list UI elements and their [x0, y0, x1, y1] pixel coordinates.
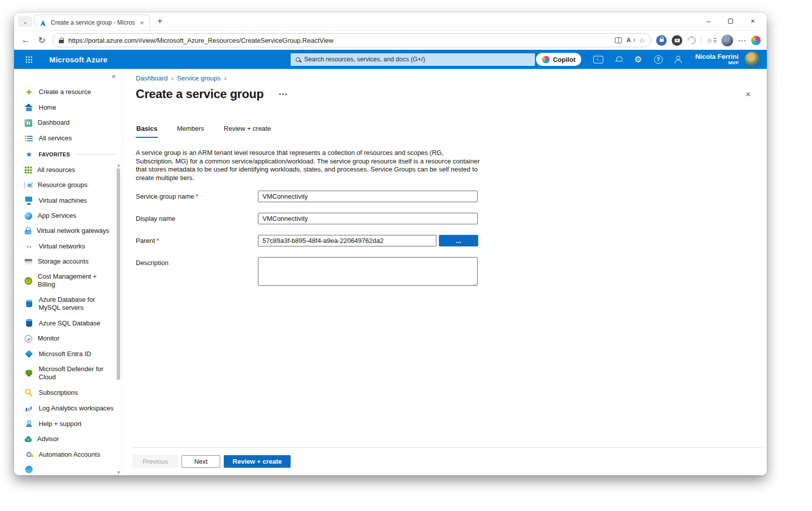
sidebar-item-automation-accounts[interactable]: ⚙Automation Accounts	[14, 447, 122, 462]
tab-title: Create a service group - Microsof	[51, 19, 135, 26]
tab-review-create[interactable]: Review + create	[223, 122, 272, 138]
azure-brand[interactable]: Microsoft Azure	[49, 55, 108, 64]
avatar[interactable]	[745, 52, 760, 67]
parent-browse-button[interactable]: ...	[439, 235, 478, 246]
favorite-star-icon[interactable]: ☆	[639, 37, 645, 44]
home-icon	[25, 103, 33, 112]
tab-close-icon[interactable]: ×	[139, 19, 145, 27]
search-icon	[296, 57, 300, 62]
minimize-icon[interactable]: –	[697, 13, 719, 30]
breadcrumb-service-groups[interactable]: Service groups	[177, 74, 221, 82]
read-aloud-icon[interactable]: A	[626, 37, 635, 44]
sidebar-item-cost-management-billing[interactable]: Cost Management + Billing	[14, 269, 122, 292]
copilot-icon	[542, 56, 550, 63]
sidebar-item-partial[interactable]	[14, 462, 122, 474]
site-lock-icon[interactable]	[59, 38, 64, 43]
extension-mail-icon[interactable]	[672, 35, 682, 46]
tab-search-button[interactable]: ⌄	[18, 16, 32, 27]
scroll-up-icon[interactable]: ▲	[117, 163, 120, 167]
title-more-icon[interactable]: •••	[279, 91, 288, 98]
sidebar-item-microsoft-entra-id[interactable]: Microsoft Entra ID	[14, 346, 122, 362]
sidebar-item-monitor[interactable]: Monitor	[14, 331, 122, 346]
sidebar-item-virtual-network-gateways[interactable]: Virtual network gateways	[14, 223, 122, 238]
next-button[interactable]: Next	[182, 455, 220, 468]
address-bar[interactable]: https://portal.azure.com/#view/Microsoft…	[52, 33, 651, 47]
azure-logo-icon	[39, 19, 47, 27]
sidebar-item-dashboard[interactable]: Dashboard	[14, 115, 122, 130]
sidebar-item-storage-accounts[interactable]: Storage accounts	[14, 254, 122, 269]
breadcrumb-dashboard[interactable]: Dashboard	[136, 74, 168, 82]
service-group-description-text: A service group is an ARM tenant level r…	[136, 149, 483, 182]
dashboard-icon	[25, 119, 32, 127]
cost-management-icon	[25, 277, 32, 285]
refresh-icon[interactable]: ↻	[36, 35, 47, 46]
tab-members[interactable]: Members	[176, 122, 205, 138]
sidebar-item-virtual-networks[interactable]: ‹·›Virtual networks	[14, 238, 122, 254]
help-icon[interactable]: ?	[654, 55, 663, 64]
service-group-name-input[interactable]	[258, 191, 478, 202]
copilot-button[interactable]: Copilot	[536, 53, 582, 66]
toolbar-divider	[701, 36, 701, 45]
waffle-icon[interactable]	[21, 52, 36, 66]
browser-tab[interactable]: Create a service group - Microsof ×	[34, 15, 150, 30]
search-placeholder: Search resources, services, and docs (G+…	[304, 56, 425, 63]
description-textarea[interactable]	[258, 257, 478, 286]
split-screen-icon[interactable]	[615, 37, 622, 43]
plus-icon: +	[25, 88, 33, 96]
extension-lock-icon[interactable]	[656, 35, 667, 46]
parent-input[interactable]	[258, 235, 436, 246]
more-menu-icon[interactable]: ⋯	[738, 36, 746, 45]
url-text[interactable]: https://portal.azure.com/#view/Microsoft…	[68, 37, 610, 44]
browser-toolbar: ← ↻ https://portal.azure.com/#view/Micro…	[14, 31, 767, 50]
sidebar-favorites-header: ★ FAVORITES	[14, 146, 122, 162]
back-icon[interactable]: ←	[20, 35, 31, 45]
display-name-label: Display name	[136, 215, 175, 222]
monitor-icon	[25, 335, 32, 343]
sidebar-item-resource-groups[interactable]: Resource groups	[14, 178, 122, 193]
close-icon[interactable]: ×	[742, 13, 764, 30]
sidebar-item-app-services[interactable]: App Services	[14, 208, 122, 223]
cloud-shell-icon[interactable]: >_	[593, 56, 603, 63]
new-tab-button[interactable]: +	[153, 15, 167, 28]
wizard-footer: Previous Next Review + create	[132, 447, 767, 475]
sidebar-item-virtual-machines[interactable]: Virtual machines	[14, 193, 122, 208]
sidebar-collapse-icon[interactable]: «	[112, 72, 116, 80]
virtual-network-gateways-icon	[25, 230, 31, 234]
notifications-bell-icon[interactable]	[615, 56, 622, 63]
tab-basics[interactable]: Basics	[136, 122, 158, 138]
favorites-bar-icon[interactable]: ☆	[706, 37, 716, 44]
sidebar-item-azure-database-mysql[interactable]: Azure Database for MySQL servers	[14, 292, 122, 315]
tab-strip: ⌄ Create a service group - Microsof × + …	[14, 13, 767, 31]
copilot-icon[interactable]	[751, 36, 761, 45]
panel-close-icon[interactable]: ×	[746, 90, 751, 99]
content-area: « +Create a resource Home Dashboard All …	[14, 69, 767, 475]
sidebar-item-subscriptions[interactable]: Subscriptions	[14, 385, 122, 400]
maximize-icon[interactable]	[719, 13, 742, 30]
sidebar-item-advisor[interactable]: Advisor	[14, 432, 122, 447]
azure-search-input[interactable]: Search resources, services, and docs (G+…	[291, 53, 535, 66]
sidebar-item-log-analytics-workspaces[interactable]: Log Analytics workspaces	[14, 400, 122, 416]
chevron-right-icon: ›	[171, 74, 173, 82]
sidebar-item-create-a-resource[interactable]: +Create a resource	[14, 84, 122, 100]
azure-topbar-actions: Copilot >_ ⚙ ? Nicola Ferrini MVP	[536, 52, 760, 67]
user-name: Nicola Ferrini	[695, 53, 739, 61]
description-label: Description	[136, 259, 168, 267]
previous-button[interactable]: Previous	[133, 455, 178, 468]
scrollbar-thumb[interactable]	[117, 168, 120, 380]
sidebar-item-all-services[interactable]: All services	[14, 130, 122, 146]
user-badge: MVP	[695, 60, 739, 66]
sidebar-item-azure-sql-database[interactable]: Azure SQL Database	[14, 315, 122, 331]
feedback-icon[interactable]	[675, 56, 683, 63]
sidebar-item-microsoft-defender-cloud[interactable]: Microsoft Defender for Cloud	[14, 362, 122, 385]
sidebar-item-home[interactable]: Home	[14, 100, 122, 115]
display-name-input[interactable]	[258, 213, 478, 224]
account-info[interactable]: Nicola Ferrini MVP	[695, 53, 739, 66]
sidebar-item-help-support[interactable]: Help + support	[14, 416, 122, 432]
extension-swirl-icon[interactable]	[686, 34, 698, 46]
settings-gear-icon[interactable]: ⚙	[634, 55, 642, 64]
sidebar-item-all-resources[interactable]: All resources	[14, 162, 122, 178]
review-create-button[interactable]: Review + create	[224, 455, 291, 468]
sidebar-scrollbar[interactable]: ▲ ▼	[116, 163, 121, 474]
profile-avatar[interactable]	[721, 35, 733, 46]
scroll-down-icon[interactable]: ▼	[117, 471, 120, 474]
